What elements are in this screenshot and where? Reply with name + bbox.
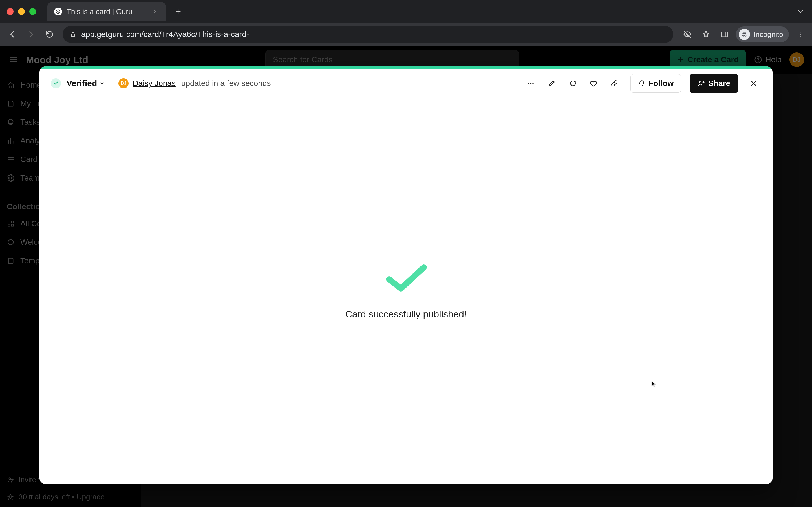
svg-point-21 — [700, 81, 702, 83]
close-modal-icon[interactable] — [746, 76, 761, 91]
comment-icon[interactable] — [565, 76, 580, 91]
browser-chrome: This is a card | Guru app.getguru.com/ca — [0, 0, 812, 46]
success-check-icon — [385, 263, 427, 295]
toolbar-right: Incognito — [680, 26, 808, 42]
browser-tab-title: This is a card | Guru — [66, 7, 147, 16]
eye-off-icon[interactable] — [680, 27, 695, 42]
incognito-icon — [739, 29, 750, 40]
share-label: Share — [708, 79, 730, 88]
cursor-icon — [651, 381, 658, 388]
author-avatar[interactable]: DJ — [118, 78, 129, 89]
close-tab-icon[interactable] — [151, 8, 159, 15]
author-info: DJ Daisy Jonas updated in a few seconds — [118, 78, 271, 89]
forward-button[interactable] — [23, 26, 39, 42]
svg-point-5 — [800, 32, 801, 33]
browser-tab[interactable]: This is a card | Guru — [47, 2, 166, 21]
window-controls — [7, 8, 36, 15]
back-button[interactable] — [4, 26, 20, 42]
bookmark-star-icon[interactable] — [699, 27, 713, 42]
guru-favicon-icon — [54, 8, 62, 15]
reload-button[interactable] — [42, 26, 57, 42]
svg-rect-1 — [71, 34, 75, 37]
tab-strip: This is a card | Guru — [0, 0, 812, 23]
verified-dropdown[interactable]: Verified — [66, 78, 105, 88]
chevron-down-icon — [99, 78, 105, 88]
modal-header: Verified DJ Daisy Jonas updated in a few… — [40, 69, 772, 98]
new-tab-button[interactable] — [171, 5, 185, 18]
window-minimize-button[interactable] — [18, 8, 25, 15]
window-close-button[interactable] — [7, 8, 13, 15]
share-button[interactable]: Share — [690, 74, 738, 93]
edit-icon[interactable] — [544, 76, 559, 91]
follow-button[interactable]: Follow — [630, 74, 681, 93]
window-zoom-button[interactable] — [29, 8, 36, 15]
url-text: app.getguru.com/card/Tr4Aya6c/This-is-a-… — [81, 30, 249, 39]
favorite-icon[interactable] — [586, 76, 601, 91]
verified-check-icon — [51, 78, 61, 89]
svg-point-20 — [532, 82, 534, 84]
success-message: Card successfully published! — [345, 309, 467, 320]
url-bar[interactable]: app.getguru.com/card/Tr4Aya6c/This-is-a-… — [63, 26, 673, 43]
verified-label: Verified — [66, 78, 97, 88]
svg-point-19 — [530, 82, 531, 84]
svg-point-7 — [800, 36, 801, 37]
more-options-icon[interactable] — [523, 76, 539, 91]
author-name-link[interactable]: Daisy Jonas — [133, 79, 175, 88]
lock-icon — [69, 31, 77, 38]
incognito-label: Incognito — [753, 30, 783, 39]
copy-link-icon[interactable] — [607, 76, 622, 91]
svg-point-18 — [528, 82, 529, 84]
kebab-menu-icon[interactable] — [793, 27, 808, 42]
svg-rect-2 — [722, 32, 727, 37]
svg-point-6 — [800, 34, 801, 35]
follow-label: Follow — [649, 79, 674, 88]
browser-toolbar: app.getguru.com/card/Tr4Aya6c/This-is-a-… — [0, 23, 812, 46]
tab-list-button[interactable] — [795, 6, 806, 17]
modal-accent-bar — [40, 66, 772, 69]
incognito-chip[interactable]: Incognito — [736, 26, 789, 42]
updated-timestamp: updated in a few seconds — [181, 79, 271, 88]
side-panel-icon[interactable] — [717, 27, 732, 42]
modal-body: Card successfully published! — [40, 98, 772, 484]
card-modal: Verified DJ Daisy Jonas updated in a few… — [40, 66, 772, 484]
